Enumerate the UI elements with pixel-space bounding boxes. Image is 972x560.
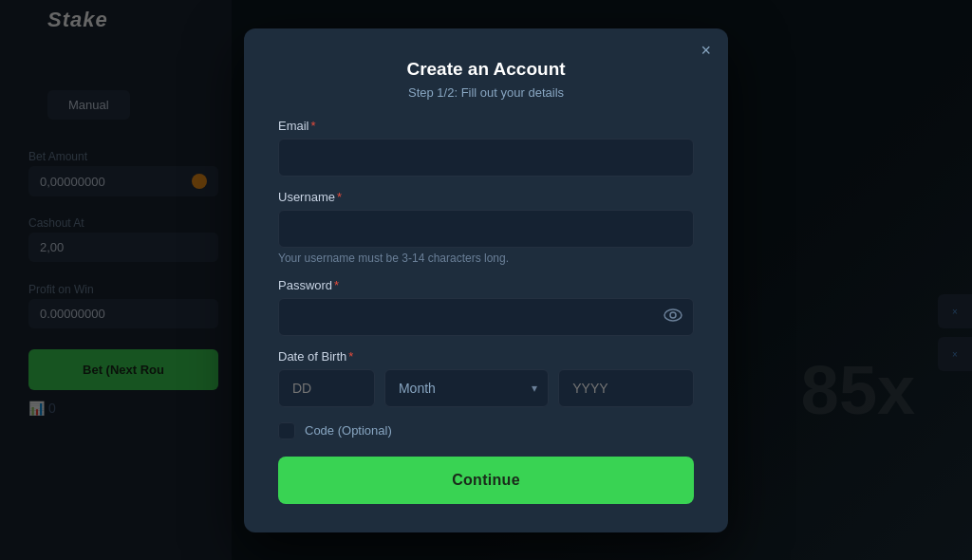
password-field-wrapper: [278, 298, 694, 336]
modal-title: Create an Account: [278, 59, 694, 80]
svg-point-1: [670, 312, 676, 318]
email-input[interactable]: [278, 139, 694, 177]
modal-subtitle: Step 1/2: Fill out your details: [278, 85, 694, 100]
dob-day-wrapper: [278, 369, 375, 407]
create-account-modal: × Create an Account Step 1/2: Fill out y…: [244, 28, 728, 532]
close-button[interactable]: ×: [701, 42, 711, 59]
dob-month-wrapper: Month January February March April May J…: [384, 369, 549, 407]
modal-overlay: × Create an Account Step 1/2: Fill out y…: [0, 0, 972, 560]
username-hint: Your username must be 3-14 characters lo…: [278, 252, 694, 265]
username-label: Username*: [278, 190, 694, 204]
dob-day-input[interactable]: [278, 369, 375, 407]
dob-row: Month January February March April May J…: [278, 369, 694, 407]
dob-month-select[interactable]: Month January February March April May J…: [384, 369, 549, 407]
username-required-marker: *: [337, 190, 342, 204]
dob-year-input[interactable]: [558, 369, 694, 407]
dob-required-marker: *: [348, 349, 353, 364]
continue-button[interactable]: Continue: [278, 457, 694, 504]
password-input[interactable]: [278, 298, 694, 336]
toggle-password-button[interactable]: [664, 308, 682, 326]
username-input[interactable]: [278, 210, 694, 248]
dob-year-wrapper: [558, 369, 694, 407]
email-label: Email*: [278, 119, 694, 133]
email-required-marker: *: [311, 119, 316, 133]
svg-point-0: [664, 309, 682, 321]
code-checkbox[interactable]: [278, 422, 295, 439]
eye-icon: [664, 308, 682, 322]
password-required-marker: *: [334, 278, 339, 292]
code-row: Code (Optional): [278, 422, 694, 439]
dob-label: Date of Birth*: [278, 349, 694, 364]
code-label: Code (Optional): [305, 423, 392, 438]
password-label: Password*: [278, 278, 694, 292]
